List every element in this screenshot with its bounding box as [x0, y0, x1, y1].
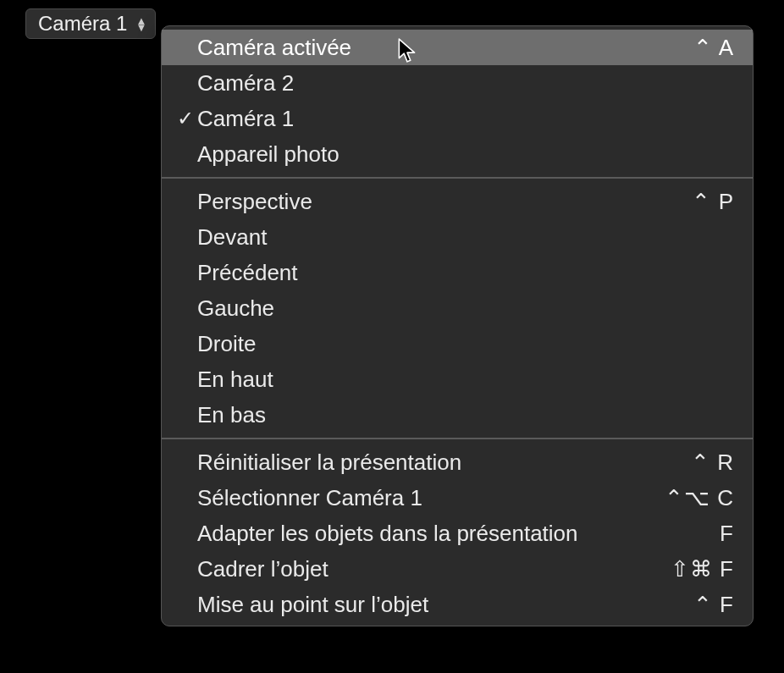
menu-item-view-left[interactable]: Gauche	[162, 290, 753, 326]
menu-item-label: Sélectionner Caméra 1	[197, 483, 665, 513]
menu-item-label: Appareil photo	[197, 139, 734, 169]
menu-item-select-camera[interactable]: Sélectionner Caméra 1⌃⌥ C	[162, 480, 753, 516]
menu-item-view-back[interactable]: Précédent	[162, 255, 753, 290]
menu-item-label: Précédent	[197, 257, 734, 288]
menu-item-view-front[interactable]: Devant	[162, 219, 753, 255]
menu-item-view-bottom[interactable]: En bas	[162, 397, 753, 433]
camera-dropdown-label: Caméra 1	[38, 14, 127, 34]
menu-item-label: Caméra 2	[197, 68, 734, 98]
menu-item-view-right[interactable]: Droite	[162, 326, 753, 361]
menu-separator	[162, 438, 753, 439]
menu-item-label: En haut	[197, 364, 734, 394]
menu-item-camera-active[interactable]: Caméra activée⌃ A	[162, 30, 753, 65]
camera-dropdown-button[interactable]: Caméra 1 ▲▼	[25, 8, 156, 39]
checkmark-icon: ✓	[174, 103, 197, 134]
camera-menu[interactable]: Caméra activée⌃ ACaméra 2✓Caméra 1Appare…	[161, 25, 754, 626]
menu-item-frame-object[interactable]: Cadrer l’objet⇧⌘ F	[162, 551, 753, 587]
menu-item-label: Devant	[197, 222, 734, 252]
menu-item-label: Caméra activée	[197, 32, 693, 63]
menu-item-label: Gauche	[197, 293, 734, 323]
menu-item-shortcut: ⇧⌘ F	[671, 554, 734, 584]
menu-item-label: Mise au point sur l’objet	[197, 589, 693, 620]
menu-item-label: Caméra 1	[197, 103, 734, 134]
menu-item-shortcut: ⌃⌥ C	[665, 483, 734, 513]
menu-item-shortcut: ⌃ F	[693, 589, 734, 620]
menu-item-label: Réinitialiser la présentation	[197, 447, 691, 477]
menu-item-label: Cadrer l’objet	[197, 554, 671, 584]
menu-item-view-perspective[interactable]: Perspective⌃ P	[162, 184, 753, 219]
menu-item-view-top[interactable]: En haut	[162, 361, 753, 397]
menu-item-label: Droite	[197, 328, 734, 359]
menu-item-shortcut: ⌃ A	[693, 32, 734, 63]
menu-item-camera-2[interactable]: Caméra 2	[162, 65, 753, 101]
menu-item-label: Adapter les objets dans la présentation	[197, 518, 720, 549]
chevron-up-down-icon: ▲▼	[135, 18, 146, 30]
menu-item-shortcut: F	[720, 518, 734, 549]
menu-item-fit-objects[interactable]: Adapter les objets dans la présentationF	[162, 516, 753, 551]
menu-item-label: Perspective	[197, 186, 692, 217]
menu-separator	[162, 177, 753, 179]
menu-item-camera-1[interactable]: ✓Caméra 1	[162, 101, 753, 136]
menu-item-shortcut: ⌃ P	[692, 186, 734, 217]
menu-item-shortcut: ⌃ R	[691, 447, 734, 477]
menu-item-camera-appareil[interactable]: Appareil photo	[162, 136, 753, 172]
menu-item-focus-object[interactable]: Mise au point sur l’objet⌃ F	[162, 587, 753, 622]
menu-item-label: En bas	[197, 400, 734, 430]
menu-item-reset-view[interactable]: Réinitialiser la présentation⌃ R	[162, 444, 753, 480]
